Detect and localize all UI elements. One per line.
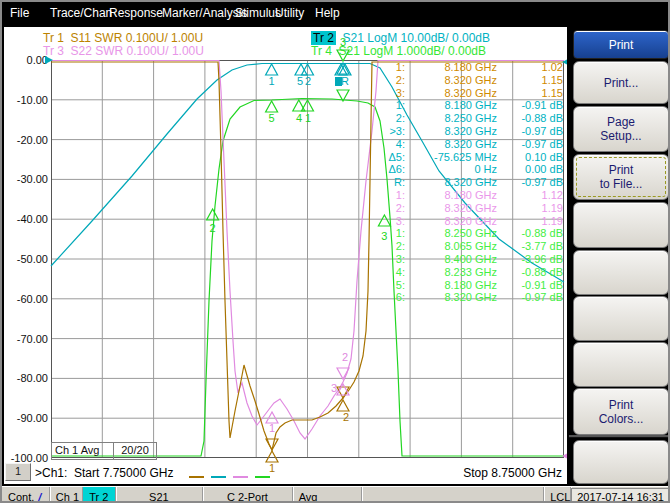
status-s21: S21 [116, 487, 204, 503]
marker-readout-row: 3:8.320 GHz1.15 [377, 87, 563, 100]
trace2-params: S21 LogM 10.00dB/ 0.00dB [343, 31, 490, 45]
y-axis-label: -20.00 [4, 134, 48, 146]
trace4-params: S21 LogM 1.000dB/ 0.00dB [339, 44, 486, 58]
legend-dash [189, 476, 204, 478]
trace1-params: S11 SWR 0.100U/ 1.00U [71, 31, 204, 45]
trace4-id: Tr 4 [311, 44, 332, 58]
trace1-id: Tr 1 [43, 31, 64, 45]
menu-bar: FileTrace/ChanResponseMarker/AnalysisSti… [2, 2, 668, 26]
softkey-blank[interactable] [573, 202, 669, 248]
marker-readout-row: 1:8.250 GHz-0.88 dB [377, 227, 563, 240]
softkey-print-[interactable]: Print... [573, 61, 669, 104]
marker-readout-row: 2:8.320 GHz1.19 [377, 202, 563, 215]
status-bar: Cont./Ch 1Tr 2S21C 2-PortAvgLCL2017-07-1… [2, 486, 670, 503]
y-axis-label: -90.00 [4, 412, 48, 424]
softkey-print-to-file-[interactable]: Print to File... [573, 154, 669, 200]
marker-readout-row: 1:8.180 GHz-0.91 dB [377, 99, 563, 112]
menu-file[interactable]: File [10, 6, 29, 20]
softkey-print-colors-[interactable]: Print Colors... [573, 388, 669, 435]
legend-dash [233, 476, 248, 478]
marker-readout-row: Δ5:-75.625 MHz0.10 dB [377, 151, 563, 164]
marker-label: 1 [269, 422, 275, 434]
y-axis-label: -50.00 [4, 253, 48, 265]
marker-symbol [207, 209, 219, 220]
softkey-page-setup-[interactable]: Page Setup... [573, 106, 669, 152]
marker-symbol [266, 451, 278, 462]
trace2-id: Tr 2 [311, 31, 336, 45]
y-axis-label: 0.00 [4, 54, 48, 66]
marker-readout-row: 2:8.250 GHz-0.88 dB [377, 112, 563, 125]
trace1-definition[interactable]: Tr 1 S11 SWR 0.100U/ 1.00U [43, 31, 203, 45]
marker-label: 5 [269, 112, 275, 124]
marker-readout-row: 3:8.320 GHz1.19 [377, 215, 563, 228]
marker-symbol [266, 64, 278, 75]
marker-readout-row: R:8.320 GHz-0.97 dB [377, 176, 563, 189]
marker-symbol [337, 400, 349, 411]
trace3-definition[interactable]: Tr 3 S22 SWR 0.100U/ 1.00U [43, 44, 204, 58]
status-ch-1: Ch 1 [50, 487, 83, 503]
avg-label: Ch 1 Avg [52, 443, 114, 459]
marker-readout-row: 5:8.180 GHz-0.91 dB [377, 279, 563, 292]
marker-label: R [341, 75, 349, 87]
softkey-blank[interactable] [573, 342, 669, 387]
softkey-panel: PrintPrint...Page Setup...Print to File.… [567, 27, 670, 484]
marker-readout-row: 4:8.233 GHz-0.88 dB [377, 266, 563, 279]
softkey-blank[interactable] [573, 250, 669, 295]
stimulus-start-label: Start 7.75000 GHz [74, 466, 173, 480]
marker-readout-row: 2:8.320 GHz1.15 [377, 74, 563, 87]
marker-readout-row: 1:8.180 GHz1.12 [377, 189, 563, 202]
window-number-button[interactable]: 1 [5, 463, 31, 481]
marker-readout-row: 6:8.320 GHz-0.97 dB [377, 291, 563, 304]
status-c-2-port: C 2-Port [203, 487, 293, 503]
softkey-separator [569, 435, 670, 438]
y-axis-label: -80.00 [4, 372, 48, 384]
softkey-print[interactable]: Print [573, 30, 669, 59]
legend-dash [255, 476, 270, 478]
marker-label: 1 [269, 75, 275, 87]
marker-readout-row: Δ6:0 Hz0.00 dB [377, 163, 563, 176]
legend-dash [211, 476, 226, 478]
trace2-definition[interactable]: Tr 2 S21 LogM 10.00dB/ 0.00dB [311, 31, 490, 45]
averaging-indicator: Ch 1 Avg 20/20 [51, 442, 157, 460]
marker-readout-row: 1:8.180 GHz1.02 [377, 61, 563, 74]
marker-label: 3 [340, 36, 346, 48]
display-area: Tr 1 S11 SWR 0.100U/ 1.00U Tr 3 S22 SWR … [4, 27, 567, 484]
y-axis-label: -10.00 [4, 94, 48, 106]
trace3-params: S22 SWR 0.100U/ 1.00U [71, 44, 204, 58]
trace-legend-dashes [189, 469, 277, 483]
marker-label: 2 [343, 411, 349, 423]
status-cont-: Cont./ [2, 487, 50, 503]
menu-response[interactable]: Response [109, 6, 163, 20]
channel-prefix: >Ch1: [35, 466, 67, 480]
status-avg: Avg [293, 487, 363, 503]
softkey-blank[interactable] [573, 296, 669, 341]
status-lcl: LCL [544, 487, 571, 503]
marker-readout-row: 2:8.065 GHz-3.77 dB [377, 240, 563, 253]
status-tr-2[interactable]: Tr 2 [83, 487, 116, 503]
status-blank [362, 487, 544, 503]
marker-symbol [266, 101, 278, 112]
marker-label: 5 [297, 75, 303, 87]
analyzer-window: FileTrace/ChanResponseMarker/AnalysisSti… [0, 0, 670, 503]
marker-symbol [295, 64, 307, 75]
marker-readout-row: >3:8.320 GHz-0.97 dB [377, 125, 563, 138]
marker-readout-row: 4:8.320 GHz-0.97 dB [377, 138, 563, 151]
marker-label: 1 [305, 112, 311, 124]
avg-count: 20/20 [114, 443, 156, 459]
softkey-blank[interactable] [573, 440, 669, 484]
y-axis-label: -60.00 [4, 293, 48, 305]
y-axis-label: -30.00 [4, 173, 48, 185]
menu-help[interactable]: Help [315, 6, 340, 20]
marker-readout-row: 3:8.400 GHz-3.96 dB [377, 253, 563, 266]
status-datetime: 2017-07-14 16:31 [571, 488, 670, 503]
y-axis-label: -40.00 [4, 213, 48, 225]
marker-label: 2 [342, 351, 348, 363]
marker-label: 4 [296, 112, 302, 124]
stimulus-stop-label: Stop 8.75000 GHz [444, 466, 562, 480]
y-axis-label: -70.00 [4, 333, 48, 345]
menu-utility[interactable]: Utility [275, 6, 304, 20]
marker-label: 3 [331, 382, 337, 394]
menu-trace-chan[interactable]: Trace/Chan [50, 6, 112, 20]
marker-label: 2 [305, 75, 311, 87]
marker-label: 2 [210, 222, 216, 234]
